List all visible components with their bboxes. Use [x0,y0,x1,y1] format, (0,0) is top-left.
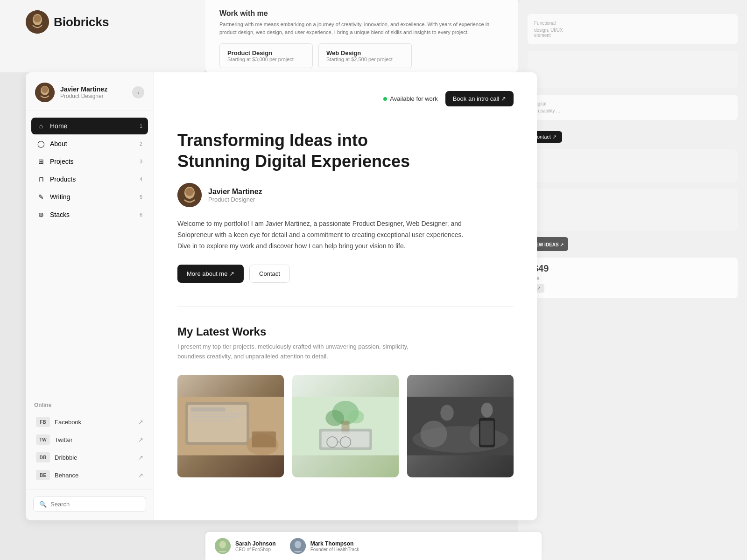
about-icon: ◯ [37,140,45,147]
svg-rect-14 [191,416,239,418]
nav-about-badge: 2 [140,141,142,147]
hero-role: Product Designer [208,196,262,203]
nav-projects-badge: 3 [140,159,142,164]
sarah-role: CEO of EcoShop [235,547,276,552]
bg-top-center: Work with me Partnering with me means em… [205,0,518,72]
search-icon: 🔍 [39,501,47,508]
service-name-2: Web Design [326,49,404,56]
sarah-name: Sarah Johnson [235,540,276,547]
nav-stacks-badge: 6 [140,212,142,217]
svg-rect-12 [191,407,226,412]
mark-name: Mark Thompson [310,540,359,547]
hero-buttons: More about me ↗ Contact [177,265,514,283]
right-card-2 [528,51,738,88]
right-digital: digital [534,101,731,106]
behance-label: Behance [55,472,78,479]
svg-point-2 [34,15,41,22]
sidebar-user-role: Product Designer [60,93,107,99]
right-card-3 [528,149,738,182]
online-section-title: Online [34,402,145,408]
testimonial-info-mark: Mark Thompson Founder of HealthTrack [310,540,359,552]
svg-rect-33 [480,421,494,445]
testimonial-info-sarah: Sarah Johnson CEO of EcoShop [235,540,276,552]
sidebar-item-writing[interactable]: ✎ Writing 5 [31,189,148,205]
svg-point-37 [219,541,226,548]
nav-home-badge: 1 [140,123,142,129]
svg-point-34 [440,405,454,420]
online-dribbble[interactable]: DB Dribbble ↗ [34,448,145,466]
sidebar-user-info: Javier Martinez Product Designer [60,85,107,99]
services-list: Product Design Starting at $3,000 per pr… [219,43,504,68]
twitter-arrow-icon: ↗ [138,436,143,443]
available-text: Available for work [390,95,437,102]
work-card-3[interactable] [407,375,514,477]
online-twitter[interactable]: TW Twitter ↗ [34,431,145,448]
work-card-2[interactable] [292,375,399,477]
available-dot [383,97,387,101]
section-divider [177,306,514,307]
sidebar-item-projects[interactable]: ⊞ Projects 3 [31,153,148,170]
sidebar-item-home[interactable]: ⌂ Home 1 [31,118,148,134]
nav-writing-badge: 5 [140,194,142,200]
online-behance[interactable]: BE Behance ↗ [34,466,145,484]
nav-products-badge: 4 [140,176,142,182]
sidebar-item-products[interactable]: ⊓ Products 4 [31,171,148,188]
testimonial-sarah: Sarah Johnson CEO of EcoShop [215,538,276,554]
more-about-me-button[interactable]: More about me ↗ [177,265,244,283]
projects-icon: ⊞ [37,158,45,165]
search-input[interactable] [50,501,140,508]
stacks-icon: ⊕ [37,211,45,218]
works-description: I present my top-tier projects, meticulo… [177,342,411,362]
svg-rect-17 [252,431,276,447]
testimonials-bar: Sarah Johnson CEO of EcoShop Mark Thomps… [205,532,542,560]
nav-about-label: About [50,140,67,147]
service-card-web: Web Design Starting at $2,500 per projec… [318,43,412,68]
work-with-me-title: Work with me [219,9,504,18]
work-with-me-desc: Partnering with me means embarking on a … [219,21,504,36]
bg-right-panel: Functional design, UI/UX element digital… [518,0,747,560]
online-facebook[interactable]: FB Facebook ↗ [34,413,145,431]
svg-point-39 [295,541,301,548]
contact-button[interactable]: Contact [249,265,290,283]
right-tag-design: design, UI/UX [534,28,731,33]
nav-stacks-label: Stacks [50,211,70,218]
right-tag-functional: Functional [534,21,731,26]
dribbble-label: Dribbble [55,454,77,461]
hero-title: Transforming Ideas into Stunning Digital… [177,130,514,172]
main-content: Available for work Book an intro call ↗ … [154,72,537,520]
behance-arrow-icon: ↗ [138,472,143,479]
dribbble-badge: DB [36,452,50,462]
sidebar-collapse-button[interactable]: ‹ [132,86,144,98]
sidebar-user: Javier Martinez Product Designer [35,83,107,102]
sidebar-username: Javier Martinez [60,85,107,93]
main-card: Javier Martinez Product Designer ‹ ⌂ Hom… [26,72,537,520]
testimonial-avatar-mark [290,538,306,554]
svg-rect-24 [322,431,370,447]
service-card-product: Product Design Starting at $3,000 per pr… [219,43,313,68]
hero-avatar [177,183,202,207]
twitter-badge: TW [36,434,50,445]
work-card-1[interactable] [177,375,284,477]
nav-products-label: Products [50,175,76,183]
hero-profile: Javier Martinez Product Designer [177,183,514,207]
sidebar: Javier Martinez Product Designer ‹ ⌂ Hom… [26,72,154,520]
sidebar-item-about[interactable]: ◯ About 2 [31,135,148,152]
service-price-2: Starting at $2,500 per project [326,56,404,62]
topbar: Available for work Book an intro call ↗ [177,91,514,106]
sidebar-item-stacks[interactable]: ⊕ Stacks 6 [31,206,148,223]
sidebar-search-section: 🔍 [26,490,154,520]
service-price-1: Starting at $3,000 per project [227,56,305,62]
hero-profile-info: Javier Martinez Product Designer [208,188,262,203]
right-price: $49 [533,263,732,274]
service-name-1: Product Design [227,49,305,56]
hero-description: Welcome to my portfolio! I am Javier Mar… [177,218,476,252]
twitter-label: Twitter [55,436,72,443]
app-name: Biobricks [54,15,109,29]
facebook-badge: FB [36,417,50,427]
intro-call-button[interactable]: Book an intro call ↗ [445,91,514,106]
right-tag-element: element [534,33,731,38]
nav-home-label: Home [50,122,67,130]
works-grid [177,375,514,477]
app-header: Biobricks [26,10,109,34]
available-badge: Available for work [383,95,437,102]
